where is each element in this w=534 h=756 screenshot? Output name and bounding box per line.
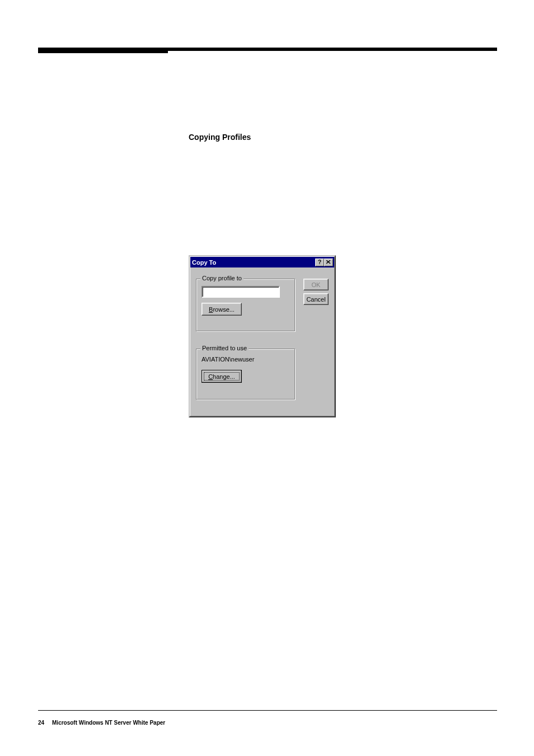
copy-profile-legend: Copy profile to	[200, 275, 243, 281]
page-top-rule-thin	[168, 50, 497, 51]
page-bottom-rule	[38, 710, 497, 711]
permitted-user: AVIATION\newuser	[202, 356, 254, 363]
permitted-legend: Permitted to use	[200, 345, 249, 351]
dialog-titlebar: Copy To ?	[190, 257, 334, 267]
close-icon[interactable]	[324, 259, 333, 266]
help-icon[interactable]: ?	[315, 259, 324, 266]
section-heading: Copying Profiles	[189, 133, 251, 142]
change-button[interactable]: Change...	[202, 370, 242, 383]
browse-button[interactable]: Browse...	[202, 303, 242, 316]
footer-title: Microsoft Windows NT Server White Paper	[52, 720, 165, 726]
ok-button[interactable]: OK	[303, 279, 329, 290]
page-number: 24	[38, 720, 44, 726]
permitted-group: Permitted to use AVIATION\newuser Change…	[196, 349, 296, 400]
cancel-button[interactable]: Cancel	[303, 293, 329, 305]
dialog-title: Copy To	[192, 259, 314, 266]
copy-to-dialog: Copy To ? Copy profile to Browse...	[189, 255, 336, 417]
page-footer: 24 Microsoft Windows NT Server White Pap…	[38, 720, 165, 726]
copy-profile-path-input[interactable]	[202, 286, 280, 298]
copy-profile-group: Copy profile to Browse...	[196, 279, 296, 332]
